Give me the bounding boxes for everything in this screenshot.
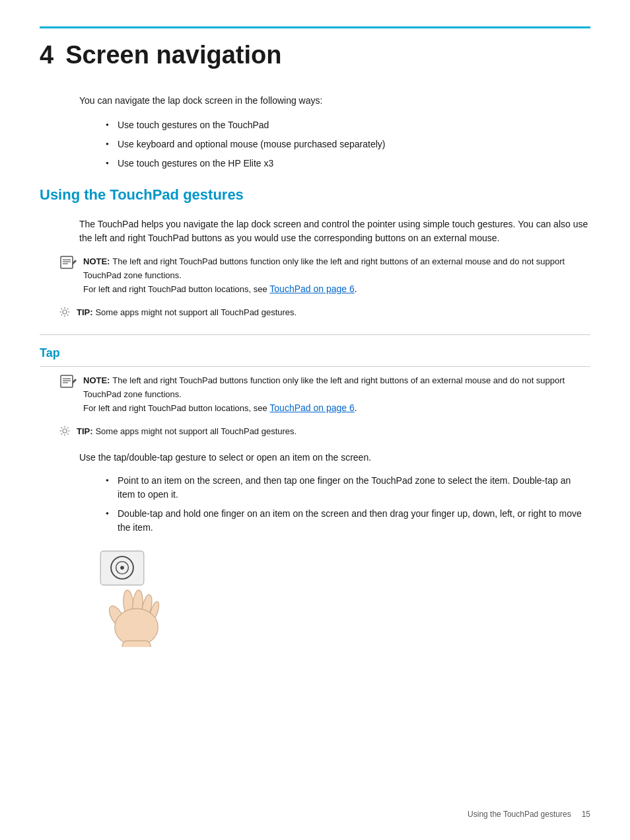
tip-body-1: Some apps might not support all TouchPad… xyxy=(95,307,297,317)
svg-rect-0 xyxy=(61,256,73,268)
svg-line-12 xyxy=(67,315,69,316)
chapter-title: Screen navigation xyxy=(65,36,281,74)
tap-gesture-image-area xyxy=(79,548,590,651)
svg-line-28 xyxy=(67,428,69,429)
sun-icon-1 xyxy=(59,307,70,321)
tip-label-1: TIP: xyxy=(77,307,93,317)
tap-section: Tap NOTE: The left and right TouchPad bu… xyxy=(40,344,590,651)
chapter-heading: 4 Screen navigation xyxy=(40,36,590,74)
footer-label: Using the TouchPad gestures xyxy=(468,808,571,820)
page-footer: Using the TouchPad gestures 15 xyxy=(468,808,590,820)
tap-intro: Use the tap/double-tap gesture to select… xyxy=(79,451,590,465)
note-icon-1 xyxy=(59,255,77,270)
tap-gesture-illustration xyxy=(79,548,165,647)
tip-box-1: TIP: Some apps might not support all Tou… xyxy=(59,305,590,321)
bullet-item-3: Use touch gestures on the HP Elite x3 xyxy=(106,157,590,171)
svg-point-21 xyxy=(63,429,67,433)
note-icon-2 xyxy=(59,374,77,389)
note-location-2: For left and right TouchPad button locat… xyxy=(83,403,269,413)
intro-text: You can navigate the lap dock screen in … xyxy=(79,94,590,108)
note-label-1: NOTE: xyxy=(83,256,110,266)
bullet-item-1: Use touch gestures on the TouchPad xyxy=(106,118,590,132)
tip-box-2: TIP: Some apps might not support all Tou… xyxy=(59,424,590,440)
tap-heading: Tap xyxy=(40,344,590,367)
note-box-2: NOTE: The left and right TouchPad button… xyxy=(59,373,590,415)
chapter-number: 4 xyxy=(40,36,53,74)
touchpad-link-1[interactable]: TouchPad on page 6 xyxy=(269,284,354,294)
sun-icon-2 xyxy=(59,426,70,440)
svg-rect-15 xyxy=(61,375,73,387)
note-body-1: The left and right TouchPad buttons func… xyxy=(83,256,565,280)
svg-point-33 xyxy=(120,566,124,570)
svg-line-27 xyxy=(67,434,69,435)
svg-line-14 xyxy=(61,315,63,316)
svg-line-26 xyxy=(61,428,63,429)
tap-bullet-2: Double-tap and hold one finger on an ite… xyxy=(106,507,590,535)
tap-bullet-1: Point to an item on the screen, and then… xyxy=(106,474,590,502)
svg-line-29 xyxy=(61,434,63,435)
note-box-1: NOTE: The left and right TouchPad button… xyxy=(59,254,590,296)
tip-content-1: TIP: Some apps might not support all Tou… xyxy=(77,305,297,319)
svg-line-13 xyxy=(67,309,69,310)
touchpad-link-2[interactable]: TouchPad on page 6 xyxy=(269,402,354,413)
note-content-1: NOTE: The left and right TouchPad button… xyxy=(83,254,590,296)
touchpad-section-heading: Using the TouchPad gestures xyxy=(40,184,590,208)
bullet-item-2: Use keyboard and optional mouse (mouse p… xyxy=(106,137,590,151)
tip-body-2: Some apps might not support all TouchPad… xyxy=(95,426,297,436)
note-body-2: The left and right TouchPad buttons func… xyxy=(83,375,565,399)
note-location-1: For left and right TouchPad button locat… xyxy=(83,284,269,294)
svg-point-39 xyxy=(115,609,158,646)
tip-label-2: TIP: xyxy=(77,426,93,436)
note-label-2: NOTE: xyxy=(83,375,110,385)
touchpad-description: The TouchPad helps you navigate the lap … xyxy=(79,217,590,245)
svg-point-6 xyxy=(63,310,67,314)
section-divider xyxy=(40,334,590,335)
footer-page-number: 15 xyxy=(582,808,590,820)
svg-line-11 xyxy=(61,309,63,310)
note-content-2: NOTE: The left and right TouchPad button… xyxy=(83,373,590,415)
svg-rect-40 xyxy=(122,641,151,647)
header-rule xyxy=(40,26,590,28)
touchpad-section: Using the TouchPad gestures The TouchPad… xyxy=(40,184,590,321)
tap-bullet-list: Point to an item on the screen, and then… xyxy=(106,474,590,535)
tip-content-2: TIP: Some apps might not support all Tou… xyxy=(77,424,297,438)
intro-bullet-list: Use touch gestures on the TouchPad Use k… xyxy=(106,118,590,171)
